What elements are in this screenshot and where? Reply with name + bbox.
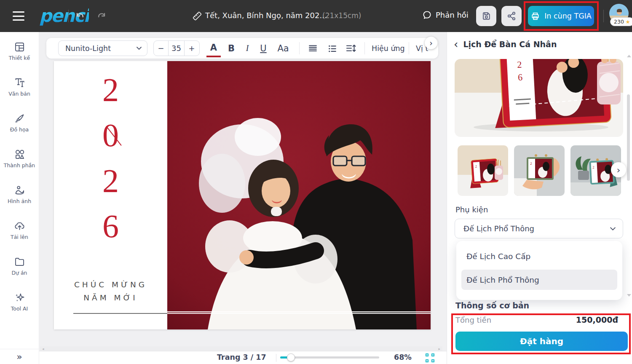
svg-text:2: 2 bbox=[517, 59, 522, 70]
panel-scroll-up-icon[interactable] bbox=[627, 55, 631, 57]
italic-button[interactable]: I bbox=[241, 38, 254, 59]
sidebar-item-text[interactable]: Văn bản bbox=[0, 77, 39, 97]
chat-bubble-icon bbox=[422, 10, 432, 20]
svg-text:2: 2 bbox=[475, 164, 477, 169]
total-label: Tổng tiền bbox=[455, 316, 491, 324]
couple-photo[interactable] bbox=[167, 61, 431, 329]
chevron-down-icon bbox=[136, 46, 142, 50]
zoom-percentage: 68% bbox=[394, 353, 412, 361]
year-text[interactable]: 2 0 2 6 bbox=[54, 76, 167, 240]
design-divider-line bbox=[73, 313, 431, 314]
font-name: Nunito-Light bbox=[65, 44, 111, 53]
undo-icon[interactable] bbox=[74, 10, 86, 22]
total-value: 150,000đ bbox=[576, 315, 618, 324]
scroll-left-icon[interactable]: ◂ bbox=[42, 347, 44, 351]
bullet-list-icon bbox=[327, 43, 337, 54]
divider bbox=[409, 42, 409, 54]
sidebar-item-images[interactable]: Hình ảnh bbox=[0, 185, 39, 204]
divider bbox=[276, 354, 276, 362]
align-justify-icon bbox=[308, 43, 318, 54]
order-button[interactable]: Đặt hàng bbox=[455, 332, 628, 351]
accessory-label: Phụ kiện bbox=[455, 205, 488, 214]
sidebar-item-uploads[interactable]: Tải lên bbox=[0, 220, 39, 240]
dropdown-option-premium[interactable]: Đế Lịch Cao Cấp bbox=[461, 246, 617, 266]
underline-button[interactable]: U bbox=[256, 38, 270, 59]
product-panel: ‹ Lịch Để Bàn Cá Nhân 2 6 bbox=[447, 32, 632, 364]
line-spacing-icon bbox=[345, 43, 356, 54]
digit-2b: 2 bbox=[102, 167, 119, 194]
print-with-tgia-button[interactable]: In cùng TGIA bbox=[528, 6, 594, 26]
sidebar: Thiết kế Văn bản Đồ họa Thành phần Hình … bbox=[0, 32, 39, 364]
folder-icon bbox=[14, 256, 25, 268]
sidebar-item-projects[interactable]: Dự án bbox=[0, 256, 39, 276]
canvas-area: Nunito-Light − 35 + A B I U Aa bbox=[39, 32, 447, 364]
accessory-selected-value: Đế Lịch Phổ Thông bbox=[463, 224, 534, 233]
bold-button[interactable]: B bbox=[224, 38, 238, 59]
sidebar-collapse-button[interactable]: » bbox=[0, 349, 39, 364]
digit-0: 0 bbox=[102, 122, 119, 149]
text-color-button[interactable]: A bbox=[206, 40, 221, 57]
effects-button[interactable]: Hiệu ứng bbox=[372, 38, 405, 59]
specs-heading: Thông số cơ bản bbox=[455, 301, 529, 310]
divider bbox=[603, 10, 604, 22]
divider bbox=[299, 42, 300, 54]
divider bbox=[364, 42, 365, 54]
product-thumbnail-1[interactable]: 2 bbox=[458, 145, 508, 196]
text-case-button[interactable]: Aa bbox=[274, 38, 292, 59]
accessory-select[interactable]: Đế Lịch Phổ Thông bbox=[455, 219, 623, 238]
product-thumbnail-2[interactable]: 2 bbox=[514, 145, 565, 196]
panel-header: ‹ Lịch Để Bàn Cá Nhân bbox=[454, 39, 557, 50]
font-size-value[interactable]: 35 bbox=[168, 41, 185, 56]
sidebar-item-ai-tools[interactable]: Tool AI bbox=[0, 292, 39, 312]
greeting-text[interactable]: CHÚC MỪNG NĂM MỚI bbox=[54, 278, 167, 305]
save-button[interactable] bbox=[476, 6, 496, 26]
divider bbox=[68, 10, 69, 22]
ruler-icon[interactable] bbox=[192, 11, 204, 22]
font-size-decrease-button[interactable]: − bbox=[154, 41, 168, 56]
panel-scrollbar-thumb[interactable] bbox=[627, 94, 630, 181]
feedback-label: Phản hồi bbox=[436, 11, 469, 19]
panel-scroll-down-icon[interactable] bbox=[627, 294, 631, 297]
brush-icon bbox=[14, 113, 25, 124]
points-badge: 230 ★ bbox=[610, 17, 632, 26]
checkout-section: Tổng tiền 150,000đ Đặt hàng bbox=[447, 310, 632, 364]
line-spacing-button[interactable] bbox=[342, 38, 360, 59]
back-icon[interactable]: ‹ bbox=[454, 39, 458, 50]
document-size-label: (21x15cm) bbox=[322, 11, 362, 20]
printer-icon bbox=[530, 11, 540, 21]
sidebar-item-components[interactable]: Thành phần bbox=[0, 149, 39, 169]
panel-title: Lịch Để Bàn Cá Nhân bbox=[463, 40, 557, 49]
share-icon bbox=[506, 11, 517, 21]
svg-text:6: 6 bbox=[517, 72, 522, 83]
layout-grid-icon bbox=[14, 41, 25, 53]
svg-text:2: 2 bbox=[530, 161, 532, 166]
digit-2: 2 bbox=[102, 76, 119, 103]
menu-icon[interactable] bbox=[13, 11, 24, 21]
fullscreen-icon[interactable] bbox=[426, 353, 434, 362]
list-button[interactable] bbox=[324, 38, 340, 59]
product-main-image[interactable]: 2 6 bbox=[455, 59, 623, 137]
topbar: penci Tết, Xuân, Bính Ngọ, năm 202... (2… bbox=[0, 0, 632, 32]
font-size-stepper: − 35 + bbox=[153, 40, 200, 56]
design-page: 2 0 2 6 CHÚC MỪNG NĂM MỚI bbox=[54, 61, 431, 329]
toolbar-more-button[interactable]: › bbox=[425, 37, 437, 49]
feedback-button[interactable]: Phản hồi bbox=[422, 10, 469, 20]
sidebar-item-design[interactable]: Thiết kế bbox=[0, 41, 39, 61]
font-family-select[interactable]: Nunito-Light bbox=[58, 40, 147, 56]
align-button[interactable] bbox=[304, 38, 321, 59]
zoom-slider[interactable] bbox=[280, 356, 379, 359]
dropdown-option-standard[interactable]: Đế Lịch Phổ Thông bbox=[461, 270, 617, 290]
redo-icon[interactable] bbox=[96, 10, 108, 22]
document-title[interactable]: Tết, Xuân, Bính Ngọ, năm 202... bbox=[205, 11, 319, 20]
chevron-down-icon bbox=[610, 227, 616, 231]
share-button[interactable] bbox=[501, 6, 522, 26]
zoom-slider-handle[interactable] bbox=[287, 353, 295, 361]
statusbar: Trang 3 / 17 68% bbox=[39, 351, 447, 364]
app-window: penci Tết, Xuân, Bính Ngọ, năm 202... (2… bbox=[0, 0, 632, 364]
thumbnails-next-button[interactable]: › bbox=[611, 162, 626, 177]
sparkles-icon bbox=[14, 292, 25, 303]
sidebar-item-graphics[interactable]: Đồ họa bbox=[0, 113, 39, 133]
scroll-right-icon[interactable]: ▸ bbox=[438, 347, 440, 351]
font-size-increase-button[interactable]: + bbox=[185, 41, 199, 56]
design-left-panel: 2 0 2 6 CHÚC MỪNG NĂM MỚI bbox=[54, 61, 167, 329]
